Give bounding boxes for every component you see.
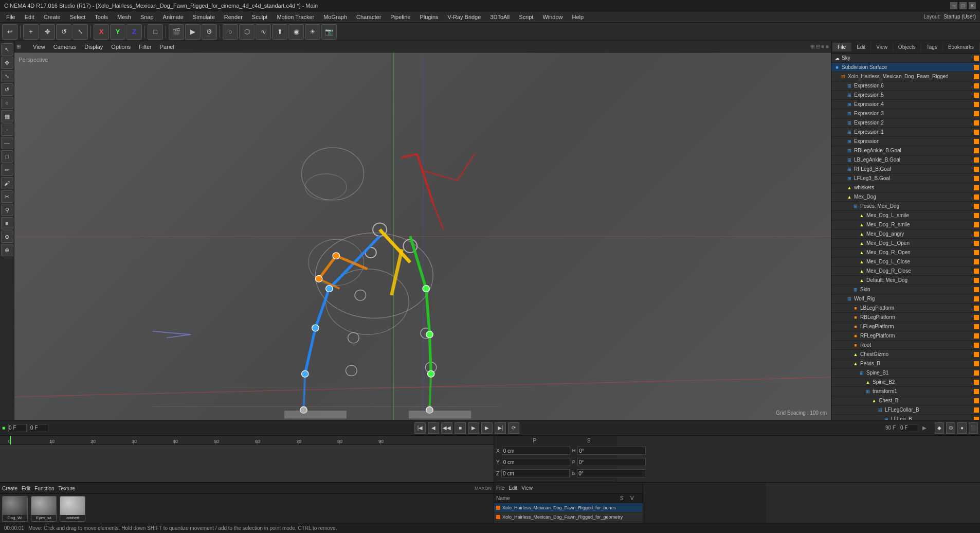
y-position-input[interactable] [502, 458, 570, 466]
object-list-item[interactable]: ■RFLegPlatform [831, 331, 980, 341]
menu-select[interactable]: Select [66, 13, 90, 21]
viewport-display-menu[interactable]: Display [82, 44, 105, 50]
menu-edit[interactable]: Edit [21, 13, 39, 21]
object-list-item[interactable]: ■Subdivision Surface [831, 63, 980, 72]
object-list-item[interactable]: ⊞transform1 [831, 387, 980, 396]
tab-bookmarks[interactable]: Bookmarks [943, 43, 979, 51]
bend-button[interactable]: ◉ [288, 24, 304, 40]
go-end-button[interactable]: ▶| [495, 422, 506, 434]
viewport-view-menu[interactable]: View [31, 44, 47, 50]
menu-simulate[interactable]: Simulate [189, 13, 219, 21]
menu-window[interactable]: Window [538, 13, 567, 21]
object-list-item[interactable]: ▲Mex_Dog_R_Close [831, 266, 980, 276]
object-list-item[interactable]: ▲Mex_Dog [831, 192, 980, 202]
color-dot[interactable] [974, 232, 979, 237]
spline-button[interactable]: ∿ [256, 24, 271, 40]
color-dot[interactable] [974, 204, 979, 209]
color-dot[interactable] [974, 250, 979, 255]
z-axis-button[interactable]: Z [126, 24, 142, 40]
brush-tool[interactable]: ✏ [1, 164, 13, 176]
menu-snap[interactable]: Snap [136, 13, 158, 21]
light-button[interactable]: ☀ [305, 24, 320, 40]
menu-sculpt[interactable]: Sculpt [248, 13, 272, 21]
material-dog-wi[interactable]: Dog_Wi [2, 496, 28, 522]
color-dot[interactable] [974, 287, 979, 292]
object-list-item[interactable]: ⊞Poses: Mex_Dog [831, 202, 980, 211]
object-list-item[interactable]: ⊞LBLegAnkle_B.Goal [831, 155, 980, 165]
color-dot[interactable] [974, 343, 979, 348]
object-list-item[interactable]: ▲Spine_B2 [831, 378, 980, 387]
object-list-item[interactable]: ▲Mex_Dog_R_Open [831, 248, 980, 257]
object-list-item[interactable]: ■LFLegPlatform [831, 322, 980, 331]
h-rotation-input[interactable] [577, 447, 646, 455]
object-list-item[interactable]: ▲Chest_B [831, 396, 980, 405]
menu-character[interactable]: Character [352, 13, 385, 21]
tab-file[interactable]: File [832, 43, 851, 51]
color-dot[interactable] [974, 361, 979, 366]
color-dot[interactable] [974, 241, 979, 246]
go-start-button[interactable]: |◀ [414, 422, 426, 434]
viewport[interactable]: Perspective [14, 52, 831, 420]
object-list-item[interactable]: ▲Mex_Dog_L_Open [831, 239, 980, 248]
point-mode[interactable]: · [1, 123, 13, 136]
pointer-tool[interactable]: ↖ [1, 43, 13, 56]
new-button[interactable]: + [23, 24, 39, 40]
next-frame-button[interactable]: ▶ [481, 422, 493, 434]
color-dot[interactable] [974, 74, 979, 79]
scale-button[interactable]: ⤡ [72, 24, 88, 40]
object-list-item[interactable]: ⊞Expression.5 [831, 91, 980, 100]
menu-vray[interactable]: V-Ray Bridge [444, 13, 485, 21]
object-list-item[interactable]: ⊞LFLeg3_B.Goal [831, 174, 980, 183]
menu-help[interactable]: Help [568, 13, 588, 21]
name-panel-view-menu[interactable]: View [521, 485, 533, 491]
material-eyes-wi[interactable]: Eyes_wi [31, 496, 57, 522]
scale-tool[interactable]: ⤡ [1, 70, 13, 82]
menu-render[interactable]: Render [220, 13, 247, 21]
name-panel-edit-menu[interactable]: Edit [509, 485, 517, 491]
edge-mode[interactable]: — [1, 137, 13, 149]
object-list-item[interactable]: ▲Pelvis_B [831, 359, 980, 368]
object-list-item[interactable]: ⊞Expression.3 [831, 109, 980, 118]
color-dot[interactable] [974, 333, 979, 339]
object-list-item[interactable]: ⊞RBLegAnkle_B.Goal [831, 146, 980, 155]
color-dot[interactable] [974, 83, 979, 88]
sphere-button[interactable]: ○ [223, 24, 238, 40]
p-rotation-input[interactable] [577, 458, 646, 466]
color-dot[interactable] [974, 176, 979, 181]
restore-button[interactable]: □ [959, 2, 967, 9]
auto-keyframe-button[interactable]: ● [957, 422, 967, 434]
menu-script[interactable]: Script [515, 13, 537, 21]
render-button[interactable]: ▶ [185, 24, 201, 40]
color-dot[interactable] [974, 306, 979, 311]
magnet-tool[interactable]: ⚲ [1, 204, 13, 216]
b-rotation-input[interactable] [577, 469, 645, 477]
color-dot[interactable] [974, 259, 979, 264]
x-axis-button[interactable]: X [94, 24, 109, 40]
object-list-item[interactable]: ▲Mex_Dog_L_Close [831, 257, 980, 266]
select-button[interactable]: □ [148, 24, 163, 40]
prev-frame-button[interactable]: ◀ [428, 422, 439, 434]
color-dot[interactable] [974, 111, 979, 116]
viewport-panel-menu[interactable]: Panel [158, 44, 176, 50]
color-dot[interactable] [974, 389, 979, 394]
menu-file[interactable]: File [2, 13, 20, 21]
materials-edit-menu[interactable]: Edit [22, 486, 30, 491]
color-dot[interactable] [974, 370, 979, 376]
menu-create[interactable]: Create [40, 13, 65, 21]
render-settings-button[interactable]: ⚙ [202, 24, 217, 40]
object-list-item[interactable]: ■RBLegPlatform [831, 313, 980, 322]
materials-texture-menu[interactable]: Texture [59, 486, 76, 491]
close-button[interactable]: ✕ [969, 2, 976, 9]
menu-tools[interactable]: Tools [90, 13, 112, 21]
object-list-item[interactable]: ⊞Expression.1 [831, 128, 980, 137]
color-dot[interactable] [974, 130, 979, 135]
material-lambert[interactable]: lambert [60, 496, 85, 522]
color-dot[interactable] [974, 139, 979, 144]
snap-tool[interactable]: ⊕ [1, 230, 13, 243]
paint-tool[interactable]: 🖌 [1, 177, 13, 189]
stop-button[interactable]: ■ [455, 422, 466, 434]
menu-motion-tracker[interactable]: Motion Tracker [273, 13, 318, 21]
name-item-geometry[interactable]: Xolo_Hairless_Mexican_Dog_Fawn_Rigged_fo… [494, 512, 643, 522]
object-list-item[interactable]: ⊞Wolf_Rig [831, 294, 980, 304]
tab-view[interactable]: View [871, 43, 893, 51]
